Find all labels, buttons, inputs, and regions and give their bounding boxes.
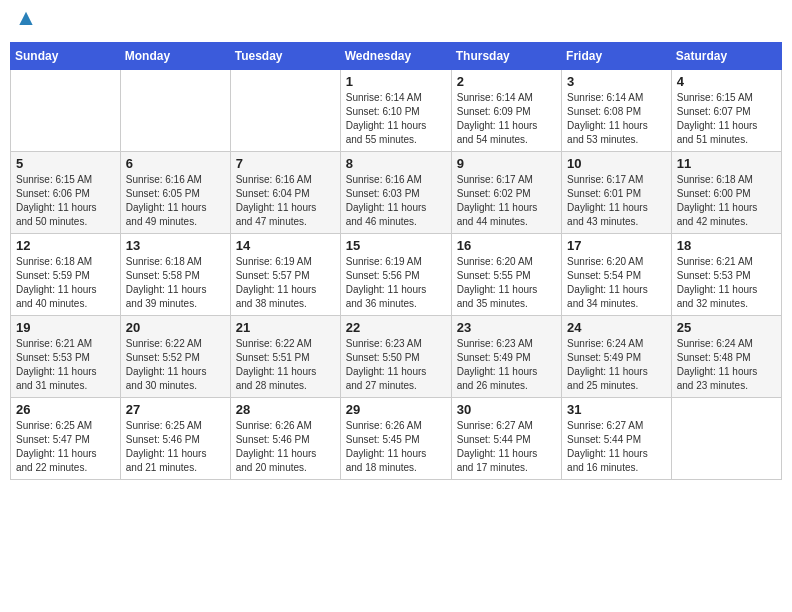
day-number: 21	[236, 320, 335, 335]
day-number: 12	[16, 238, 115, 253]
day-info: Sunrise: 6:18 AM Sunset: 5:59 PM Dayligh…	[16, 255, 115, 311]
day-info: Sunrise: 6:18 AM Sunset: 5:58 PM Dayligh…	[126, 255, 225, 311]
week-row-3: 12Sunrise: 6:18 AM Sunset: 5:59 PM Dayli…	[11, 234, 782, 316]
calendar-cell: 4Sunrise: 6:15 AM Sunset: 6:07 PM Daylig…	[671, 70, 781, 152]
logo	[14, 10, 38, 34]
calendar-cell	[120, 70, 230, 152]
calendar-cell: 26Sunrise: 6:25 AM Sunset: 5:47 PM Dayli…	[11, 398, 121, 480]
day-number: 4	[677, 74, 776, 89]
day-number: 16	[457, 238, 556, 253]
day-info: Sunrise: 6:15 AM Sunset: 6:07 PM Dayligh…	[677, 91, 776, 147]
day-number: 31	[567, 402, 666, 417]
day-info: Sunrise: 6:15 AM Sunset: 6:06 PM Dayligh…	[16, 173, 115, 229]
calendar-cell: 17Sunrise: 6:20 AM Sunset: 5:54 PM Dayli…	[562, 234, 672, 316]
calendar-cell: 2Sunrise: 6:14 AM Sunset: 6:09 PM Daylig…	[451, 70, 561, 152]
calendar-cell: 1Sunrise: 6:14 AM Sunset: 6:10 PM Daylig…	[340, 70, 451, 152]
calendar-cell: 18Sunrise: 6:21 AM Sunset: 5:53 PM Dayli…	[671, 234, 781, 316]
day-info: Sunrise: 6:26 AM Sunset: 5:46 PM Dayligh…	[236, 419, 335, 475]
day-number: 19	[16, 320, 115, 335]
day-number: 2	[457, 74, 556, 89]
calendar-cell	[230, 70, 340, 152]
day-info: Sunrise: 6:17 AM Sunset: 6:01 PM Dayligh…	[567, 173, 666, 229]
day-info: Sunrise: 6:17 AM Sunset: 6:02 PM Dayligh…	[457, 173, 556, 229]
day-number: 15	[346, 238, 446, 253]
calendar-cell: 31Sunrise: 6:27 AM Sunset: 5:44 PM Dayli…	[562, 398, 672, 480]
calendar-cell: 10Sunrise: 6:17 AM Sunset: 6:01 PM Dayli…	[562, 152, 672, 234]
day-number: 7	[236, 156, 335, 171]
col-header-wednesday: Wednesday	[340, 43, 451, 70]
col-header-sunday: Sunday	[11, 43, 121, 70]
day-info: Sunrise: 6:20 AM Sunset: 5:55 PM Dayligh…	[457, 255, 556, 311]
page-header	[10, 10, 782, 34]
day-number: 14	[236, 238, 335, 253]
day-number: 28	[236, 402, 335, 417]
calendar-cell: 22Sunrise: 6:23 AM Sunset: 5:50 PM Dayli…	[340, 316, 451, 398]
calendar-cell: 23Sunrise: 6:23 AM Sunset: 5:49 PM Dayli…	[451, 316, 561, 398]
day-info: Sunrise: 6:20 AM Sunset: 5:54 PM Dayligh…	[567, 255, 666, 311]
calendar-cell: 15Sunrise: 6:19 AM Sunset: 5:56 PM Dayli…	[340, 234, 451, 316]
calendar-cell: 7Sunrise: 6:16 AM Sunset: 6:04 PM Daylig…	[230, 152, 340, 234]
day-info: Sunrise: 6:25 AM Sunset: 5:46 PM Dayligh…	[126, 419, 225, 475]
calendar-cell: 13Sunrise: 6:18 AM Sunset: 5:58 PM Dayli…	[120, 234, 230, 316]
calendar-cell: 14Sunrise: 6:19 AM Sunset: 5:57 PM Dayli…	[230, 234, 340, 316]
calendar-cell: 21Sunrise: 6:22 AM Sunset: 5:51 PM Dayli…	[230, 316, 340, 398]
day-info: Sunrise: 6:16 AM Sunset: 6:04 PM Dayligh…	[236, 173, 335, 229]
day-info: Sunrise: 6:27 AM Sunset: 5:44 PM Dayligh…	[567, 419, 666, 475]
day-info: Sunrise: 6:22 AM Sunset: 5:51 PM Dayligh…	[236, 337, 335, 393]
day-info: Sunrise: 6:14 AM Sunset: 6:10 PM Dayligh…	[346, 91, 446, 147]
day-info: Sunrise: 6:22 AM Sunset: 5:52 PM Dayligh…	[126, 337, 225, 393]
day-number: 10	[567, 156, 666, 171]
day-info: Sunrise: 6:24 AM Sunset: 5:49 PM Dayligh…	[567, 337, 666, 393]
day-number: 9	[457, 156, 556, 171]
day-info: Sunrise: 6:23 AM Sunset: 5:50 PM Dayligh…	[346, 337, 446, 393]
calendar-cell: 29Sunrise: 6:26 AM Sunset: 5:45 PM Dayli…	[340, 398, 451, 480]
day-number: 5	[16, 156, 115, 171]
calendar-cell: 25Sunrise: 6:24 AM Sunset: 5:48 PM Dayli…	[671, 316, 781, 398]
calendar-cell: 20Sunrise: 6:22 AM Sunset: 5:52 PM Dayli…	[120, 316, 230, 398]
calendar-cell: 30Sunrise: 6:27 AM Sunset: 5:44 PM Dayli…	[451, 398, 561, 480]
day-info: Sunrise: 6:26 AM Sunset: 5:45 PM Dayligh…	[346, 419, 446, 475]
calendar-cell	[11, 70, 121, 152]
day-number: 1	[346, 74, 446, 89]
day-number: 30	[457, 402, 556, 417]
day-info: Sunrise: 6:19 AM Sunset: 5:56 PM Dayligh…	[346, 255, 446, 311]
calendar-cell: 24Sunrise: 6:24 AM Sunset: 5:49 PM Dayli…	[562, 316, 672, 398]
day-info: Sunrise: 6:25 AM Sunset: 5:47 PM Dayligh…	[16, 419, 115, 475]
day-info: Sunrise: 6:19 AM Sunset: 5:57 PM Dayligh…	[236, 255, 335, 311]
calendar-cell: 28Sunrise: 6:26 AM Sunset: 5:46 PM Dayli…	[230, 398, 340, 480]
col-header-tuesday: Tuesday	[230, 43, 340, 70]
day-number: 29	[346, 402, 446, 417]
svg-marker-0	[19, 12, 32, 25]
day-number: 20	[126, 320, 225, 335]
day-number: 3	[567, 74, 666, 89]
col-header-saturday: Saturday	[671, 43, 781, 70]
day-info: Sunrise: 6:23 AM Sunset: 5:49 PM Dayligh…	[457, 337, 556, 393]
day-info: Sunrise: 6:16 AM Sunset: 6:05 PM Dayligh…	[126, 173, 225, 229]
col-header-friday: Friday	[562, 43, 672, 70]
day-info: Sunrise: 6:24 AM Sunset: 5:48 PM Dayligh…	[677, 337, 776, 393]
day-number: 18	[677, 238, 776, 253]
day-info: Sunrise: 6:14 AM Sunset: 6:09 PM Dayligh…	[457, 91, 556, 147]
calendar-cell	[671, 398, 781, 480]
day-number: 26	[16, 402, 115, 417]
day-info: Sunrise: 6:18 AM Sunset: 6:00 PM Dayligh…	[677, 173, 776, 229]
calendar-cell: 11Sunrise: 6:18 AM Sunset: 6:00 PM Dayli…	[671, 152, 781, 234]
day-number: 23	[457, 320, 556, 335]
day-number: 17	[567, 238, 666, 253]
day-number: 24	[567, 320, 666, 335]
week-row-4: 19Sunrise: 6:21 AM Sunset: 5:53 PM Dayli…	[11, 316, 782, 398]
calendar-cell: 19Sunrise: 6:21 AM Sunset: 5:53 PM Dayli…	[11, 316, 121, 398]
day-info: Sunrise: 6:27 AM Sunset: 5:44 PM Dayligh…	[457, 419, 556, 475]
calendar-cell: 12Sunrise: 6:18 AM Sunset: 5:59 PM Dayli…	[11, 234, 121, 316]
week-row-1: 1Sunrise: 6:14 AM Sunset: 6:10 PM Daylig…	[11, 70, 782, 152]
col-header-thursday: Thursday	[451, 43, 561, 70]
day-number: 22	[346, 320, 446, 335]
week-row-5: 26Sunrise: 6:25 AM Sunset: 5:47 PM Dayli…	[11, 398, 782, 480]
calendar-cell: 6Sunrise: 6:16 AM Sunset: 6:05 PM Daylig…	[120, 152, 230, 234]
day-number: 6	[126, 156, 225, 171]
calendar-cell: 27Sunrise: 6:25 AM Sunset: 5:46 PM Dayli…	[120, 398, 230, 480]
calendar-cell: 16Sunrise: 6:20 AM Sunset: 5:55 PM Dayli…	[451, 234, 561, 316]
day-info: Sunrise: 6:16 AM Sunset: 6:03 PM Dayligh…	[346, 173, 446, 229]
day-number: 11	[677, 156, 776, 171]
week-row-2: 5Sunrise: 6:15 AM Sunset: 6:06 PM Daylig…	[11, 152, 782, 234]
